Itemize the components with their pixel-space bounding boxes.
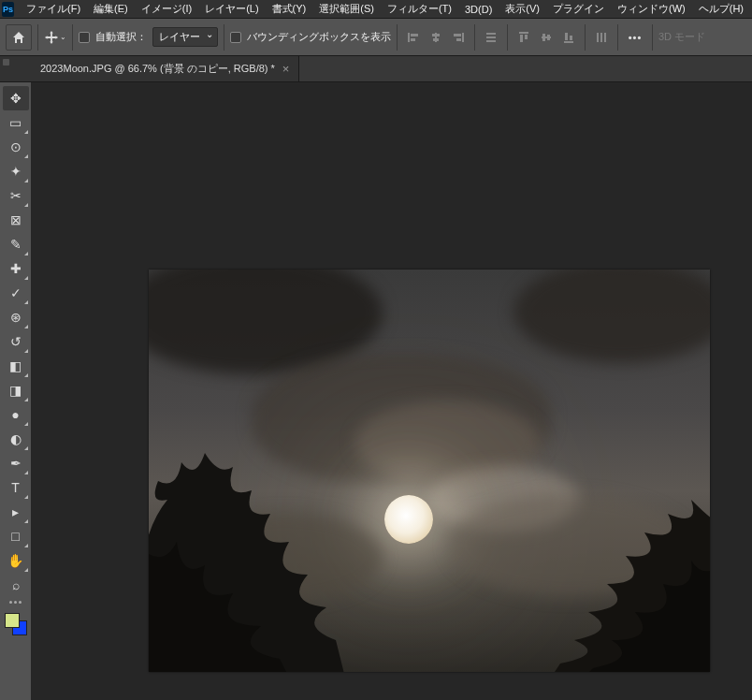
- svg-rect-20: [570, 36, 572, 40]
- menu-help[interactable]: ヘルプ(H): [692, 0, 750, 18]
- svg-rect-18: [564, 41, 573, 43]
- document-canvas[interactable]: [149, 270, 710, 672]
- options-bar: ⌄ 自動選択： レイヤー バウンディングボックスを表示 ••• 3D モード: [0, 19, 752, 56]
- auto-select-dropdown[interactable]: レイヤー: [152, 27, 218, 47]
- menu-type[interactable]: 書式(Y): [266, 0, 313, 18]
- menu-edit[interactable]: 編集(E): [87, 0, 135, 18]
- document-tab[interactable]: 2023Moon.JPG @ 66.7% (背景 のコピー, RGB/8) * …: [31, 56, 299, 81]
- align-top-icon[interactable]: [513, 27, 534, 48]
- tab-toggle[interactable]: [0, 56, 31, 81]
- color-swatches[interactable]: [5, 613, 27, 635]
- canvas-area[interactable]: [31, 82, 752, 700]
- image-tree-left: [149, 416, 345, 672]
- divider: [72, 24, 73, 51]
- rect-marquee-tool[interactable]: ▭: [3, 110, 29, 135]
- menu-plugins[interactable]: プラグイン: [546, 0, 611, 18]
- clone-stamp-tool[interactable]: ⊛: [3, 305, 29, 329]
- home-icon: [11, 30, 26, 45]
- svg-rect-21: [597, 33, 599, 42]
- frame-tool[interactable]: ⊠: [3, 208, 29, 232]
- app-logo: Ps: [2, 2, 14, 17]
- show-transform-label: バウンディングボックスを表示: [247, 30, 391, 44]
- align-horizontal-group: [403, 27, 469, 48]
- gradient-tool[interactable]: ◨: [3, 378, 29, 402]
- brush-tool[interactable]: ✓: [3, 281, 29, 305]
- edit-toolbar-button[interactable]: [3, 597, 29, 607]
- menu-file[interactable]: ファイル(F): [20, 0, 87, 18]
- more-options-button[interactable]: •••: [624, 26, 646, 49]
- divider: [224, 24, 224, 51]
- svg-rect-4: [432, 34, 440, 36]
- auto-select-checkbox[interactable]: [79, 32, 90, 43]
- close-icon[interactable]: ×: [282, 62, 290, 76]
- menu-3d[interactable]: 3D(D): [458, 2, 499, 17]
- pen-tool[interactable]: ✒: [3, 451, 29, 475]
- tool-panel: ✥▭⊙✦✂⊠✎✚✓⊛↺◧◨●◐✒T▸□✋⌕: [0, 82, 31, 700]
- align-center-h-icon[interactable]: [426, 27, 446, 48]
- menu-window[interactable]: ウィンドウ(W): [611, 0, 692, 18]
- svg-rect-9: [486, 33, 496, 35]
- distribute-icon[interactable]: [481, 27, 501, 48]
- svg-rect-14: [525, 35, 528, 39]
- divider: [585, 24, 586, 51]
- divider: [37, 24, 38, 51]
- show-transform-checkbox[interactable]: [230, 32, 241, 43]
- lasso-tool[interactable]: ⊙: [3, 135, 29, 159]
- svg-rect-0: [408, 33, 410, 42]
- rectangle-tool[interactable]: □: [3, 524, 29, 548]
- svg-rect-7: [454, 34, 461, 36]
- divider: [652, 24, 653, 51]
- work-area: ✥▭⊙✦✂⊠✎✚✓⊛↺◧◨●◐✒T▸□✋⌕: [0, 82, 752, 700]
- blur-tool[interactable]: ●: [3, 402, 29, 427]
- crop-tool[interactable]: ✂: [3, 183, 29, 208]
- image-tree-right: [485, 444, 710, 672]
- svg-rect-2: [411, 38, 415, 41]
- align-right-icon[interactable]: [448, 27, 469, 48]
- svg-rect-1: [411, 34, 418, 36]
- menu-layer[interactable]: レイヤー(L): [198, 0, 265, 18]
- align-left-icon[interactable]: [403, 27, 424, 48]
- threed-mode-label: 3D モード: [658, 30, 705, 44]
- menu-view[interactable]: 表示(V): [499, 0, 546, 18]
- zoom-tool[interactable]: ⌕: [3, 573, 29, 597]
- svg-rect-22: [600, 33, 602, 42]
- auto-select-label: 自動選択：: [95, 30, 147, 44]
- divider: [617, 24, 618, 51]
- menu-filter[interactable]: フィルター(T): [381, 0, 458, 18]
- divider: [507, 24, 508, 51]
- move-tool-indicator[interactable]: ⌄: [44, 26, 66, 49]
- history-brush-tool[interactable]: ↺: [3, 329, 29, 354]
- menu-image[interactable]: イメージ(I): [135, 0, 198, 18]
- dodge-tool[interactable]: ◐: [3, 427, 29, 451]
- distribute-v-icon[interactable]: [591, 27, 612, 48]
- menu-bar: Ps ファイル(F) 編集(E) イメージ(I) レイヤー(L) 書式(Y) 選…: [0, 0, 752, 19]
- svg-rect-12: [519, 32, 528, 34]
- home-button[interactable]: [6, 24, 32, 51]
- type-tool[interactable]: T: [3, 475, 29, 500]
- hand-tool[interactable]: ✋: [3, 548, 29, 573]
- magic-wand-tool[interactable]: ✦: [3, 159, 29, 183]
- healing-brush-tool[interactable]: ✚: [3, 256, 29, 281]
- foreground-color[interactable]: [5, 613, 20, 628]
- move-icon: [44, 29, 59, 46]
- align-bottom-icon[interactable]: [558, 27, 579, 48]
- svg-rect-10: [486, 36, 496, 38]
- move-tool[interactable]: ✥: [3, 86, 29, 110]
- menu-select[interactable]: 選択範囲(S): [312, 0, 381, 18]
- document-tab-title: 2023Moon.JPG @ 66.7% (背景 のコピー, RGB/8) *: [40, 62, 275, 76]
- align-vertical-group: [513, 27, 579, 48]
- svg-rect-11: [486, 40, 496, 42]
- svg-rect-19: [565, 33, 568, 40]
- eraser-tool[interactable]: ◧: [3, 354, 29, 378]
- svg-rect-17: [547, 35, 550, 40]
- path-select-tool[interactable]: ▸: [3, 500, 29, 524]
- svg-rect-16: [542, 34, 545, 41]
- svg-rect-6: [462, 33, 464, 42]
- svg-rect-8: [456, 38, 461, 41]
- divider: [397, 24, 398, 51]
- svg-rect-5: [433, 38, 439, 41]
- svg-rect-13: [520, 35, 523, 42]
- eyedropper-tool[interactable]: ✎: [3, 232, 29, 256]
- divider: [474, 24, 475, 51]
- align-middle-v-icon[interactable]: [536, 27, 557, 48]
